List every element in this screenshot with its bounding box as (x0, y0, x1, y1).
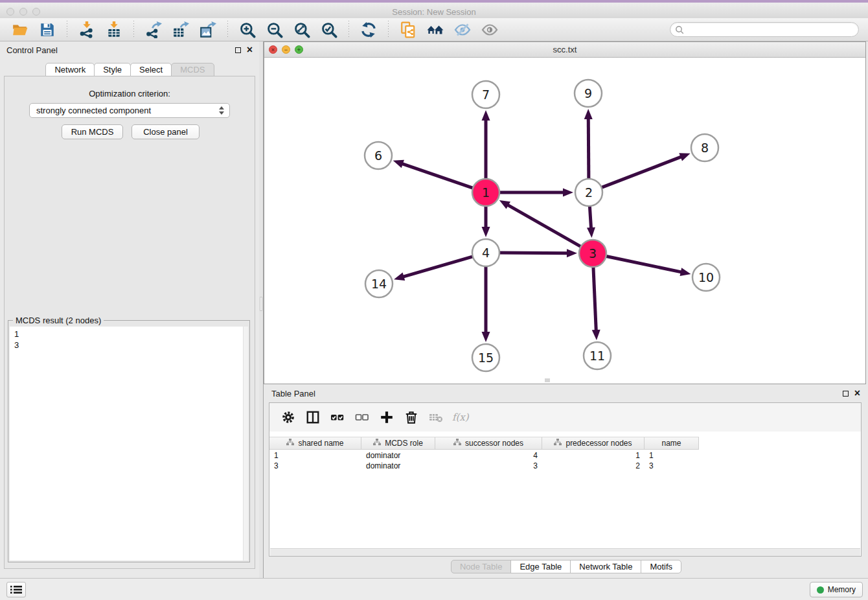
tab-network[interactable]: Network (45, 63, 95, 76)
criterion-select[interactable]: strongly connected component (29, 103, 230, 118)
tab-edge-table[interactable]: Edge Table (510, 560, 571, 573)
graph-node-2[interactable]: 2 (575, 179, 602, 206)
column-header-shared-name[interactable]: shared name (269, 437, 361, 449)
graph-edge-3-11[interactable] (592, 266, 600, 340)
column-header-mcds-role[interactable]: MCDS role (361, 437, 435, 449)
tab-network-table[interactable]: Network Table (570, 560, 641, 573)
graph-edge-1-2[interactable] (498, 189, 573, 197)
open-session-icon[interactable] (10, 20, 30, 40)
graph-edge-4-3[interactable] (498, 249, 577, 257)
import-network-icon[interactable] (77, 20, 97, 40)
close-panel-button[interactable]: Close panel (131, 124, 200, 139)
canvas-scroll-indicator[interactable] (545, 378, 550, 382)
panel-splitter[interactable] (259, 41, 264, 578)
tab-style[interactable]: Style (94, 63, 131, 76)
export-image-icon[interactable] (198, 20, 218, 40)
table-cell[interactable]: 3 (269, 461, 361, 471)
search-input[interactable] (670, 22, 859, 37)
mcds-result-line: 3 (14, 340, 244, 351)
column-header-successor-nodes[interactable]: successor nodes (435, 437, 542, 449)
close-table-panel-icon[interactable]: × (854, 389, 860, 397)
select-all-icon[interactable] (328, 408, 347, 427)
toolbar-separator (348, 21, 349, 39)
import-table-icon[interactable] (104, 20, 124, 40)
network-canvas[interactable]: 7968124314101511 (264, 58, 865, 384)
graph-edge-1-7[interactable] (482, 110, 490, 180)
table-body: 1dominator4113dominator323 (269, 450, 861, 471)
close-panel-icon[interactable]: × (247, 46, 253, 54)
graph-node-10[interactable]: 10 (692, 264, 720, 291)
export-network-icon[interactable] (144, 20, 163, 40)
graph-edge-3-1[interactable] (499, 200, 582, 248)
graph-node-label: 3 (589, 246, 597, 260)
delete-row-icon[interactable] (402, 408, 421, 427)
graph-node-7[interactable]: 7 (472, 81, 499, 108)
tab-mcds[interactable]: MCDS (171, 63, 214, 76)
graph-edge-3-10[interactable] (605, 256, 691, 276)
graph-node-3[interactable]: 3 (579, 240, 606, 267)
graph-edge-1-6[interactable] (393, 160, 474, 189)
network-graph[interactable]: 7968124314101511 (264, 58, 865, 384)
float-table-panel-icon[interactable] (843, 391, 849, 397)
table-row[interactable]: 3dominator323 (269, 461, 861, 471)
float-panel-icon[interactable] (235, 47, 241, 53)
graph-node-4[interactable]: 4 (472, 239, 499, 266)
add-row-icon[interactable] (377, 408, 396, 427)
copy-share-icon[interactable] (398, 20, 418, 40)
zoom-selected-icon[interactable] (319, 20, 339, 40)
column-label: name (661, 439, 681, 448)
mcds-result-area[interactable]: 13 (10, 327, 248, 560)
graph-node-8[interactable]: 8 (691, 134, 718, 161)
table-cell[interactable]: 4 (435, 450, 542, 461)
tab-select[interactable]: Select (130, 63, 172, 76)
mcds-result-lines: 13 (10, 327, 248, 352)
column-selector-icon[interactable] (303, 408, 323, 427)
tab-motifs[interactable]: Motifs (641, 560, 681, 573)
run-mcds-button[interactable]: Run MCDS (62, 124, 123, 139)
table-cell[interactable]: dominator (361, 450, 435, 461)
control-panel-header: Control Panel × (0, 41, 259, 58)
table-cell[interactable]: 1 (645, 450, 699, 461)
table-cell[interactable]: 3 (435, 461, 542, 471)
graph-edge-4-15[interactable] (482, 265, 490, 342)
tab-node-table[interactable]: Node Table (451, 560, 512, 573)
graph-node-1[interactable]: 1 (472, 179, 499, 206)
column-header-predecessor-nodes[interactable]: predecessor nodes (542, 437, 645, 449)
splitter-handle-icon[interactable] (260, 297, 262, 311)
graph-node-11[interactable]: 11 (584, 342, 611, 369)
settings-gear-icon[interactable] (279, 408, 298, 427)
graph-node-6[interactable]: 6 (365, 142, 392, 169)
table-cell[interactable]: 2 (542, 461, 645, 471)
deselect-all-icon[interactable] (352, 408, 372, 427)
column-label: MCDS role (385, 439, 423, 448)
export-table-icon[interactable] (171, 20, 190, 40)
zoom-fit-icon[interactable] (292, 20, 312, 40)
hide-details-icon[interactable] (453, 20, 472, 40)
graph-edge-2-9[interactable] (584, 109, 593, 180)
graph-edge-2-8[interactable] (600, 153, 691, 188)
zoom-out-icon[interactable] (265, 20, 284, 40)
graph-node-9[interactable]: 9 (575, 80, 602, 107)
memory-button[interactable]: Memory (810, 582, 863, 597)
zoom-in-icon[interactable] (238, 20, 257, 40)
table-cell[interactable]: 1 (269, 450, 361, 461)
graph-node-15[interactable]: 15 (472, 344, 499, 371)
graph-node-14[interactable]: 14 (365, 270, 393, 297)
column-header-name[interactable]: name (645, 437, 699, 449)
table-scroll-strip[interactable] (270, 548, 860, 556)
graph-edge-4-14[interactable] (394, 256, 474, 281)
refresh-layout-icon[interactable] (359, 20, 378, 40)
table-cell[interactable]: 3 (645, 461, 699, 471)
show-details-icon[interactable] (480, 20, 499, 40)
save-session-icon[interactable] (38, 20, 57, 40)
home-icon[interactable] (426, 20, 445, 40)
edge-arrowhead-icon (584, 109, 593, 119)
table-cell[interactable]: dominator (361, 461, 435, 471)
edge-arrowhead-icon (482, 227, 490, 237)
graph-edge-2-3[interactable] (587, 205, 595, 238)
table-cell[interactable]: 1 (542, 450, 645, 461)
graph-edge-1-4[interactable] (482, 205, 490, 237)
task-history-button[interactable] (6, 582, 26, 597)
result-scrollbar[interactable] (243, 327, 248, 560)
table-row[interactable]: 1dominator411 (269, 450, 861, 461)
